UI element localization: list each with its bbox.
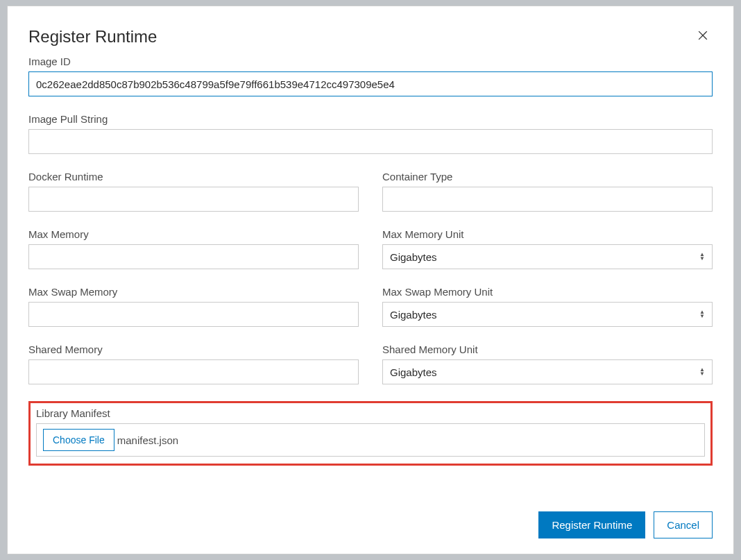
container-type-group: Container Type bbox=[382, 171, 713, 212]
max-swap-memory-unit-select[interactable]: Gigabytes ▲▼ bbox=[382, 302, 713, 327]
cancel-button[interactable]: Cancel bbox=[654, 511, 713, 538]
shared-memory-unit-select[interactable]: Gigabytes ▲▼ bbox=[382, 359, 713, 384]
shared-memory-input[interactable] bbox=[28, 359, 359, 384]
max-memory-group: Max Memory bbox=[28, 228, 359, 269]
docker-runtime-input[interactable] bbox=[28, 187, 359, 212]
file-input-wrap: Choose File manifest.json bbox=[36, 423, 705, 457]
shared-memory-unit-label: Shared Memory Unit bbox=[382, 343, 713, 355]
register-runtime-button[interactable]: Register Runtime bbox=[538, 511, 645, 538]
shared-memory-label: Shared Memory bbox=[28, 343, 359, 355]
shared-memory-unit-group: Shared Memory Unit Gigabytes ▲▼ bbox=[382, 343, 713, 384]
modal-footer: Register Runtime Cancel bbox=[8, 502, 733, 554]
image-pull-string-group: Image Pull String bbox=[28, 113, 713, 154]
max-memory-unit-label: Max Memory Unit bbox=[382, 228, 713, 240]
max-swap-memory-unit-label: Max Swap Memory Unit bbox=[382, 286, 713, 298]
select-arrows-icon: ▲▼ bbox=[699, 253, 705, 261]
image-id-group: Image ID bbox=[28, 56, 713, 96]
image-pull-string-input[interactable] bbox=[28, 129, 713, 154]
max-swap-memory-group: Max Swap Memory bbox=[28, 286, 359, 327]
library-manifest-section: Library Manifest Choose File manifest.js… bbox=[28, 401, 713, 466]
close-button[interactable] bbox=[693, 26, 713, 47]
library-manifest-label: Library Manifest bbox=[36, 407, 705, 419]
max-memory-unit-group: Max Memory Unit Gigabytes ▲▼ bbox=[382, 228, 713, 269]
container-type-label: Container Type bbox=[382, 171, 713, 183]
image-pull-string-label: Image Pull String bbox=[28, 113, 713, 125]
max-swap-memory-label: Max Swap Memory bbox=[28, 286, 359, 298]
select-arrows-icon: ▲▼ bbox=[699, 310, 705, 319]
modal-title: Register Runtime bbox=[28, 27, 157, 46]
max-memory-label: Max Memory bbox=[28, 228, 359, 240]
shared-memory-unit-value: Gigabytes bbox=[390, 366, 437, 378]
max-memory-unit-select[interactable]: Gigabytes ▲▼ bbox=[382, 244, 713, 269]
max-swap-memory-input[interactable] bbox=[28, 302, 359, 327]
shared-memory-group: Shared Memory bbox=[28, 343, 359, 384]
selected-file-name: manifest.json bbox=[117, 434, 178, 446]
container-type-input[interactable] bbox=[382, 187, 713, 212]
docker-runtime-group: Docker Runtime bbox=[28, 171, 359, 212]
image-id-input[interactable] bbox=[28, 71, 713, 96]
docker-runtime-label: Docker Runtime bbox=[28, 171, 359, 183]
max-memory-input[interactable] bbox=[28, 244, 359, 269]
max-swap-memory-unit-value: Gigabytes bbox=[390, 309, 437, 321]
select-arrows-icon: ▲▼ bbox=[699, 368, 705, 376]
choose-file-button[interactable]: Choose File bbox=[43, 429, 114, 451]
modal-body[interactable]: Image ID Image Pull String Docker Runtim… bbox=[8, 56, 733, 502]
modal-header: Register Runtime bbox=[8, 6, 733, 56]
register-runtime-modal: Register Runtime Image ID Image Pull Str… bbox=[7, 6, 734, 554]
image-id-label: Image ID bbox=[28, 56, 713, 67]
max-swap-memory-unit-group: Max Swap Memory Unit Gigabytes ▲▼ bbox=[382, 286, 713, 327]
close-icon bbox=[696, 28, 710, 42]
max-memory-unit-value: Gigabytes bbox=[390, 251, 437, 263]
